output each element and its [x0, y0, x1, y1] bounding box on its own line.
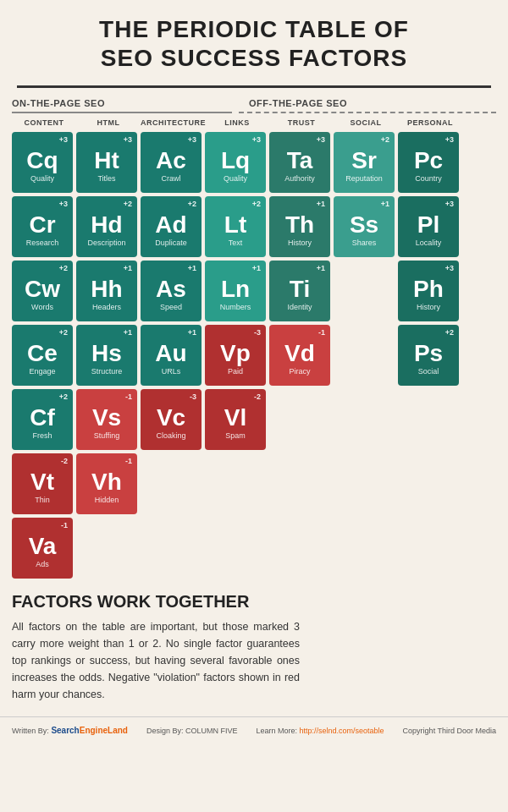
solid-divider — [12, 112, 232, 113]
cell-hd: +2HdDescription — [76, 196, 137, 257]
title-divider — [17, 85, 491, 88]
cell-symbol-th: Th — [285, 213, 314, 237]
factors-text: All factors on the table are important, … — [12, 618, 300, 703]
cell-label-cf: Fresh — [32, 431, 52, 440]
cell-empty-6-4 — [269, 518, 330, 579]
cell-label-vp: Paid — [228, 367, 243, 376]
periodic-row-6: -1VaAds — [12, 518, 496, 579]
cell-label-pl: Locality — [416, 239, 442, 247]
cell-label-vl: Spam — [225, 431, 246, 440]
cell-symbol-sr: Sr — [351, 149, 377, 173]
cell-symbol-vp: Vp — [220, 342, 251, 365]
cell-empty-6-5 — [334, 518, 395, 579]
cell-empty-6-2 — [141, 518, 202, 579]
cell-empty-6-1 — [76, 518, 137, 579]
cell-number-vh: -1 — [125, 457, 132, 465]
cell-number-as: +1 — [188, 264, 196, 272]
dashed-divider — [239, 112, 496, 113]
cell-number-vd: -1 — [318, 328, 325, 337]
col-header-content: CONTENT — [12, 118, 76, 127]
section-labels: ON-THE-PAGE SEO OFF-THE-PAGE SEO — [0, 98, 508, 108]
cell-label-hd: Description — [87, 239, 125, 247]
cell-empty-4-5 — [334, 389, 395, 450]
cell-ht: +3HtTitles — [76, 132, 137, 193]
cell-ti: +1TiIdentity — [269, 261, 330, 321]
cell-label-vt: Thin — [35, 496, 50, 504]
cell-pc: +3PcCountry — [398, 132, 459, 193]
cell-empty-5-5 — [334, 453, 395, 514]
col-header-social: SOCIAL — [334, 118, 398, 127]
cell-symbol-vs: Vs — [92, 406, 121, 430]
cell-pl: +3PlLocality — [398, 196, 459, 257]
cell-label-lt: Text — [229, 239, 243, 247]
cell-symbol-hd: Hd — [91, 213, 122, 237]
cell-symbol-ti: Ti — [290, 277, 310, 301]
periodic-row-3: +2CeEngage+1HsStructure+1AuURLs-3VpPaid-… — [12, 325, 496, 386]
cell-number-ac: +3 — [188, 135, 196, 144]
cell-label-ss: Shares — [352, 239, 377, 247]
cell-label-cw: Words — [31, 303, 53, 311]
cell-symbol-vt: Vt — [30, 470, 54, 494]
cell-vp: -3VpPaid — [205, 325, 266, 386]
cell-label-ln: Numbers — [220, 303, 251, 311]
cell-vd: -1VdPiracy — [269, 325, 330, 386]
cell-sr: +2SrReputation — [334, 132, 395, 193]
cell-number-vp: -3 — [254, 328, 261, 337]
cell-au: +1AuURLs — [141, 325, 202, 386]
cell-number-cq: +3 — [59, 135, 68, 144]
cell-label-ta: Authority — [284, 174, 315, 183]
col-header-links: LINKS — [205, 118, 269, 127]
cell-label-vs: Stuffing — [94, 431, 119, 440]
cell-label-ce: Engage — [29, 367, 55, 376]
footer: Written By: SearchEngineLand Design By: … — [0, 716, 508, 743]
cell-symbol-ta: Ta — [287, 149, 313, 173]
cell-label-cq: Quality — [30, 174, 54, 183]
periodic-row-4: +2CfFresh-1VsStuffing-3VcCloaking-2VlSpa… — [12, 389, 496, 450]
cell-vs: -1VsStuffing — [76, 389, 137, 450]
cell-ac: +3AcCrawl — [141, 132, 202, 193]
cell-label-vh: Hidden — [95, 496, 119, 504]
cell-symbol-au: Au — [155, 342, 186, 365]
cell-number-lq: +3 — [252, 135, 261, 144]
bottom-section: FACTORS WORK TOGETHER All factors on the… — [0, 585, 508, 710]
cell-number-ps: +2 — [445, 328, 454, 337]
cell-number-vc: -3 — [190, 392, 196, 401]
cell-symbol-hs: Hs — [91, 342, 122, 365]
cell-number-th: +1 — [317, 200, 325, 208]
cell-ce: +2CeEngage — [12, 325, 73, 386]
cell-number-cf: +2 — [59, 392, 68, 401]
cell-symbol-cf: Cf — [30, 406, 55, 430]
cell-label-au: URLs — [162, 367, 181, 376]
section-dividers — [0, 112, 508, 113]
footer-url[interactable]: http://selnd.com/seotable — [300, 727, 384, 735]
cell-label-as: Speed — [160, 303, 182, 311]
cell-symbol-va: Va — [29, 535, 57, 558]
periodic-grid: +3CqQuality+3HtTitles+3AcCrawl+3LqQualit… — [0, 132, 508, 579]
cell-label-th: History — [288, 239, 312, 247]
cell-symbol-ad: Ad — [155, 213, 186, 237]
cell-symbol-hh: Hh — [91, 277, 122, 301]
cell-symbol-pc: Pc — [414, 149, 443, 173]
cell-va: -1VaAds — [12, 518, 73, 579]
cell-symbol-ln: Ln — [221, 277, 250, 301]
cell-number-vl: -2 — [254, 392, 261, 401]
cell-symbol-vl: Vl — [224, 406, 246, 430]
cell-number-ti: +1 — [317, 264, 325, 272]
cell-symbol-ps: Ps — [414, 342, 443, 365]
cell-number-lt: +2 — [252, 200, 261, 208]
cell-symbol-as: As — [156, 277, 186, 301]
cell-number-va: -1 — [61, 521, 68, 529]
cell-empty-4-6 — [398, 389, 459, 450]
cell-label-hh: Headers — [92, 303, 121, 311]
cell-number-cr: +3 — [59, 200, 68, 208]
cell-cw: +2CwWords — [12, 261, 73, 321]
cell-number-pl: +3 — [445, 200, 454, 208]
cell-number-ln: +1 — [252, 264, 261, 272]
cell-th: +1ThHistory — [269, 196, 330, 257]
cell-hs: +1HsStructure — [76, 325, 137, 386]
cell-number-ce: +2 — [59, 328, 68, 337]
cell-number-au: +1 — [188, 328, 196, 337]
cell-vc: -3VcCloaking — [141, 389, 202, 450]
cell-number-ta: +3 — [317, 135, 325, 144]
cell-vl: -2VlSpam — [205, 389, 266, 450]
